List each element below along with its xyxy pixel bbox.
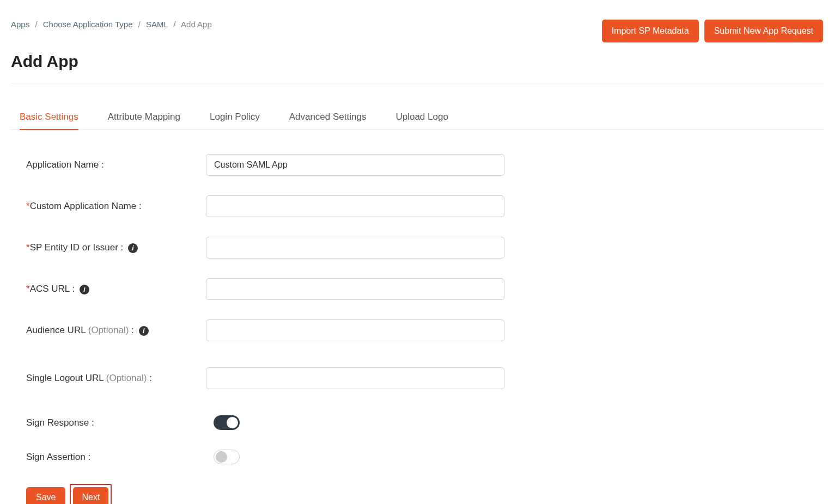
label-audience-url: Audience URL (Optional) : i bbox=[26, 325, 206, 336]
label-acs-url: *ACS URL : i bbox=[26, 284, 206, 294]
save-button[interactable]: Save bbox=[26, 487, 65, 504]
input-sp-entity-id[interactable] bbox=[206, 237, 504, 259]
label-sign-assertion: Sign Assertion : bbox=[26, 452, 206, 463]
input-application-name[interactable] bbox=[206, 154, 504, 176]
input-acs-url[interactable] bbox=[206, 278, 504, 300]
form-basic-settings: Application Name : *Custom Application N… bbox=[11, 154, 823, 504]
label-application-name: Application Name : bbox=[26, 159, 206, 170]
breadcrumb-apps[interactable]: Apps bbox=[11, 20, 29, 29]
tab-basic-settings[interactable]: Basic Settings bbox=[20, 105, 78, 130]
label-sign-response: Sign Response : bbox=[26, 417, 206, 428]
label-custom-application-name: *Custom Application Name : bbox=[26, 201, 206, 212]
info-icon[interactable]: i bbox=[80, 285, 89, 294]
tab-login-policy[interactable]: Login Policy bbox=[210, 105, 260, 130]
toggle-sign-assertion[interactable] bbox=[214, 450, 240, 464]
tab-upload-logo[interactable]: Upload Logo bbox=[395, 105, 448, 130]
breadcrumb-saml[interactable]: SAML bbox=[146, 20, 168, 29]
label-sp-entity-id: *SP Entity ID or Issuer : i bbox=[26, 242, 206, 253]
highlight-next: Next bbox=[70, 484, 112, 504]
toggle-sign-response[interactable] bbox=[214, 415, 240, 430]
label-single-logout-url: Single Logout URL (Optional) : bbox=[26, 373, 206, 384]
tabs: Basic Settings Attribute Mapping Login P… bbox=[11, 105, 823, 130]
breadcrumb-current: Add App bbox=[181, 20, 212, 29]
info-icon[interactable]: i bbox=[139, 326, 149, 336]
input-single-logout-url[interactable] bbox=[206, 367, 504, 389]
tab-attribute-mapping[interactable]: Attribute Mapping bbox=[108, 105, 180, 130]
input-custom-application-name[interactable] bbox=[206, 195, 504, 217]
tab-advanced-settings[interactable]: Advanced Settings bbox=[289, 105, 367, 130]
breadcrumb-choose-type[interactable]: Choose Application Type bbox=[43, 20, 133, 29]
import-sp-metadata-button[interactable]: Import SP Metadata bbox=[602, 20, 699, 42]
breadcrumb: Apps / Choose Application Type / SAML / … bbox=[11, 20, 212, 29]
info-icon[interactable]: i bbox=[128, 243, 138, 253]
divider bbox=[11, 83, 823, 83]
page-title: Add App bbox=[11, 52, 823, 71]
input-audience-url[interactable] bbox=[206, 319, 504, 341]
submit-new-app-request-button[interactable]: Submit New App Request bbox=[704, 20, 823, 42]
next-button[interactable]: Next bbox=[73, 487, 108, 504]
